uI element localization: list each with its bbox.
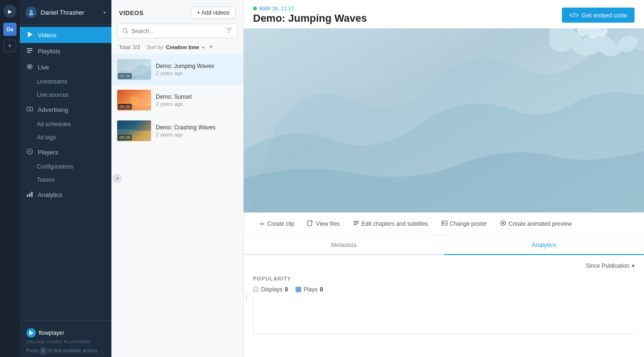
sidebar-item-label: Advertising (38, 106, 68, 113)
sidebar-subitem-label: Livestreams (37, 78, 68, 85)
wave-graphic (244, 28, 644, 212)
change-poster-button[interactable]: Change poster (435, 217, 494, 230)
sidebar-subitem-label: Live sources (37, 92, 68, 98)
svg-marker-25 (116, 177, 118, 180)
video-name: Demo: Crashing Waves (156, 124, 237, 131)
keyboard-key: K (40, 348, 47, 354)
flowplayer-logo: flowplayer (26, 328, 105, 338)
sidebar-username: Daniel Thrasher (41, 9, 84, 16)
video-item[interactable]: 00:28 Demo: Jumping Waves 2 years ago (111, 54, 243, 85)
video-thumbnail: 00:28 (117, 59, 151, 80)
video-name: Demo: Sunset (156, 94, 237, 100)
add-videos-button[interactable]: + Add videos (191, 7, 236, 19)
svg-rect-14 (31, 192, 33, 197)
svg-marker-15 (29, 331, 34, 335)
video-age: 2 years ago (156, 70, 237, 76)
play-icon (26, 31, 34, 39)
svg-marker-21 (210, 46, 212, 48)
chart-y-axis-label: 1 (245, 295, 248, 300)
action-label: View files (316, 221, 339, 227)
sidebar-item-tokens[interactable]: Tokens (20, 173, 111, 187)
chart-legend: Displays 0 Plays 0 (253, 286, 635, 293)
video-list: 00:28 Demo: Jumping Waves 2 years ago 00… (111, 54, 243, 357)
embed-code-button[interactable]: </> Get embed code (562, 8, 635, 23)
sidebar-item-label: Playlists (38, 48, 60, 55)
tab-metadata[interactable]: Metadata (244, 236, 444, 255)
sidebar-item-ad-schedules[interactable]: Ad schedules (20, 118, 111, 131)
video-item[interactable]: 00:28 Demo: Crashing Waves 2 years ago (111, 116, 243, 146)
video-info: Demo: Crashing Waves 2 years ago (156, 124, 237, 137)
sidebar-item-playlists[interactable]: Playlists (20, 43, 111, 59)
sidebar-user[interactable]: Daniel Thrasher ▾ (20, 0, 111, 25)
collapse-panel-button[interactable] (112, 174, 122, 183)
sidebar: Daniel Thrasher ▾ Videos Playlists Live … (20, 0, 111, 357)
sidebar-subitem-label: Tokens (37, 177, 55, 183)
video-thumbnail: 00:25 (117, 90, 151, 110)
view-files-button[interactable]: View files (301, 217, 346, 230)
players-icon (26, 148, 34, 156)
filter-icon[interactable] (226, 27, 232, 35)
analytics-content: Since Publication ▾ POPULARITY Displays … (244, 255, 644, 357)
action-label: Change poster (450, 221, 487, 227)
file-icon (307, 220, 314, 228)
sidebar-item-configurations[interactable]: Configurations (20, 160, 111, 173)
sidebar-item-advertising[interactable]: Advertising (20, 102, 111, 118)
main-content: MAR 26, 11:17 Demo: Jumping Waves </> Ge… (244, 0, 644, 357)
legend-displays: Displays 0 (253, 286, 288, 293)
svg-rect-24 (117, 131, 151, 141)
sidebar-item-ad-tags[interactable]: Ad tags (20, 131, 111, 144)
sidebar-item-analytics[interactable]: Analytics (20, 187, 111, 203)
brand-name: flowplayer (39, 330, 64, 336)
content-tabs: Metadata Analytics (244, 236, 644, 255)
sidebar-item-live[interactable]: Live (20, 59, 111, 75)
icon-bar: ▶ Da + (0, 0, 20, 357)
image-icon (441, 220, 448, 228)
advertising-icon (26, 106, 34, 113)
search-bar (117, 24, 237, 38)
sidebar-footer: flowplayer ONLINE VIDEO PLATFORM Press K… (20, 320, 111, 357)
sidebar-nav: Videos Playlists Live Livestreams Live s… (20, 25, 111, 204)
videos-panel: VIDEOS + Add videos Total: 3/3 Sort by C… (111, 0, 244, 357)
create-preview-button[interactable]: Create animated preview (493, 217, 578, 230)
filter-dropdown[interactable]: Since Publication ▾ (586, 263, 635, 269)
sort-desc-icon[interactable] (208, 44, 214, 51)
user-avatar-small[interactable]: Da (3, 23, 17, 36)
svg-point-0 (30, 10, 33, 13)
svg-point-22 (129, 95, 139, 105)
create-clip-button[interactable]: ✂ Create clip (253, 218, 301, 230)
svg-rect-27 (308, 221, 312, 226)
filter-chevron-icon: ▾ (632, 263, 635, 269)
embed-button-label: Get embed code (582, 12, 627, 19)
svg-point-6 (29, 66, 31, 68)
sort-chevron-icon[interactable]: ▾ (202, 45, 204, 50)
sidebar-item-players[interactable]: Players (20, 144, 111, 160)
video-header: MAR 26, 11:17 Demo: Jumping Waves </> Ge… (244, 0, 644, 28)
action-toolbar: ✂ Create clip View files Edit chapters a… (244, 212, 644, 236)
sort-label: Sort by (147, 44, 163, 50)
chapters-icon (353, 220, 359, 228)
action-label: Create clip (267, 221, 294, 227)
video-player[interactable] (244, 28, 644, 212)
add-workspace-button[interactable]: + (4, 40, 16, 52)
scissors-icon: ✂ (260, 221, 265, 228)
sort-value[interactable]: Creation time (166, 44, 199, 50)
plays-label: Plays (304, 286, 317, 293)
chevron-down-icon: ▾ (103, 10, 106, 15)
sidebar-item-videos[interactable]: Videos (20, 27, 111, 43)
sidebar-subitem-label: Ad schedules (37, 121, 71, 128)
flowplayer-logo-icon (26, 328, 36, 338)
sidebar-subitem-label: Ad tags (37, 134, 56, 141)
edit-chapters-button[interactable]: Edit chapters and subtitles (347, 217, 435, 230)
svg-rect-28 (354, 221, 359, 222)
sidebar-item-label: Analytics (38, 191, 62, 198)
sidebar-item-livestreams[interactable]: Livestreams (20, 75, 111, 88)
video-main-title: Demo: Jumping Waves (253, 12, 367, 25)
search-input[interactable] (131, 28, 223, 34)
tab-analytics[interactable]: Analytics (444, 236, 644, 255)
svg-point-9 (29, 109, 31, 110)
video-thumbnail: 00:28 (117, 120, 151, 141)
date-label: MAR 26, 11:17 (259, 6, 294, 11)
video-item[interactable]: 00:25 Demo: Sunset 2 years ago (111, 85, 243, 116)
sidebar-item-live-sources[interactable]: Live sources (20, 88, 111, 102)
legend-plays: Plays 0 (296, 286, 323, 293)
